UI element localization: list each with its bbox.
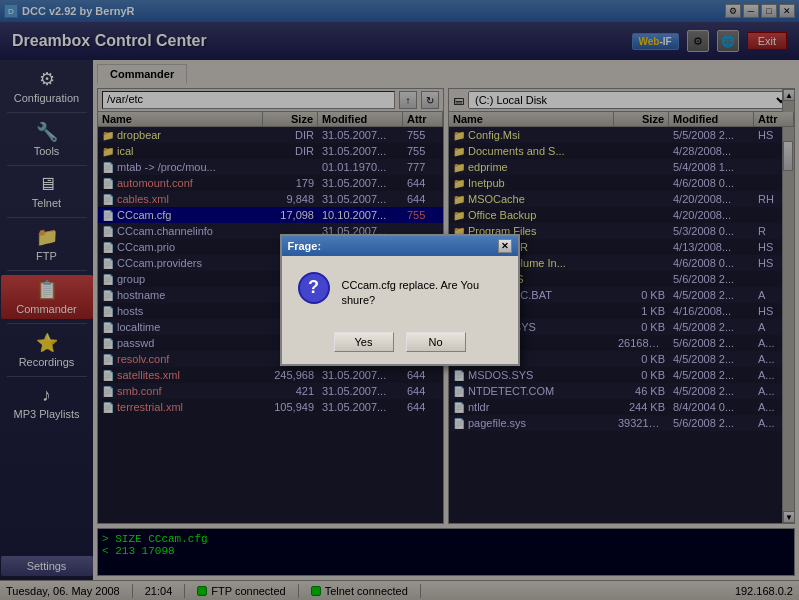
dialog-buttons: Yes No — [282, 324, 518, 364]
dialog-message: CCcam.cfg replace. Are You shure? — [342, 272, 502, 309]
dialog-no-btn[interactable]: No — [406, 332, 466, 352]
dialog-yes-btn[interactable]: Yes — [334, 332, 394, 352]
dialog-titlebar: Frage: ✕ — [282, 236, 518, 256]
dialog-box: Frage: ✕ ? CCcam.cfg replace. Are You sh… — [280, 234, 520, 367]
dialog-content: ? CCcam.cfg replace. Are You shure? — [282, 256, 518, 325]
question-icon: ? — [298, 272, 330, 304]
dialog-close-btn[interactable]: ✕ — [498, 239, 512, 253]
dialog-title: Frage: — [288, 240, 322, 252]
dialog-overlay: Frage: ✕ ? CCcam.cfg replace. Are You sh… — [0, 0, 799, 600]
